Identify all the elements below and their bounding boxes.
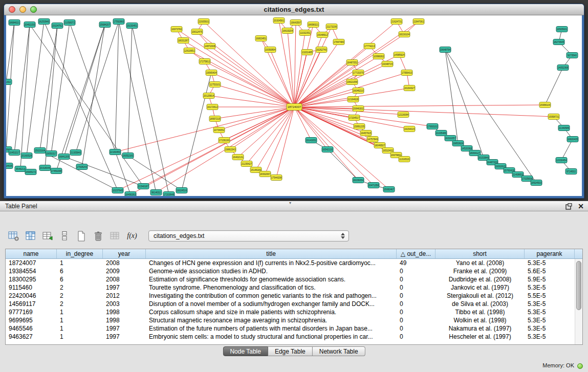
graph-node[interactable]: 19621058 (346, 79, 358, 85)
graph-node[interactable]: 9273540 (567, 53, 578, 58)
table-row[interactable]: 2242004622012Investigating the contribut… (6, 292, 582, 300)
graph-node[interactable]: 21540187 (138, 184, 149, 189)
graph-node[interactable]: 12116084 (398, 112, 409, 118)
graph-node[interactable]: 22005931 (198, 19, 209, 25)
graph-node[interactable]: 19012475 (191, 29, 203, 35)
graph-node[interactable]: 16973760 (171, 27, 182, 32)
graph-node[interactable]: 19643597 (290, 20, 301, 26)
graph-node[interactable]: 14872008 (204, 43, 215, 49)
graph-node[interactable]: 18724007 (287, 104, 302, 111)
graph-node[interactable]: 20304561 (273, 18, 285, 24)
graph-node[interactable]: 18698321 (308, 22, 319, 28)
window-title-bar[interactable]: citations_edges.txt (4, 4, 584, 15)
graph-node[interactable]: 21058372 (64, 20, 75, 26)
graph-node[interactable]: 18236054 (353, 178, 364, 183)
table-row[interactable]: 1456911722003Disruption of a novel membe… (6, 300, 582, 308)
graph-node[interactable]: 21173206 (326, 24, 337, 30)
close-button[interactable] (9, 6, 15, 13)
graph-node[interactable]: 21624731 (391, 19, 402, 25)
scrollbar-thumb[interactable] (576, 261, 581, 310)
graph-node[interactable]: 15891235 (354, 124, 365, 129)
minimize-button[interactable] (19, 6, 26, 13)
tab-node-table[interactable]: Node Table (223, 346, 268, 356)
table-vertical-scrollbar[interactable] (575, 259, 582, 344)
table-row[interactable]: 946362711997Embryonic stem cells: a mode… (6, 333, 582, 341)
graph-node[interactable]: 15082467 (383, 187, 395, 192)
graph-node[interactable]: 14052368 (557, 65, 569, 71)
table-row[interactable]: 1938455462009Genome-wide association stu… (6, 267, 582, 275)
column-header-5[interactable]: short (435, 249, 525, 258)
graph-node[interactable]: 15905172 (25, 169, 36, 175)
graph-node[interactable]: 21235427 (241, 161, 252, 167)
graph-node[interactable]: 13201485 (301, 50, 313, 55)
graph-node[interactable]: 19050317 (46, 151, 57, 157)
graph-node[interactable]: 22847061 (413, 19, 424, 25)
table-row[interactable]: 946554611997Estimation of the future num… (6, 324, 582, 333)
graph-node[interactable]: 17544208 (271, 175, 282, 181)
graph-node[interactable]: 10734052 (213, 127, 225, 133)
graph-node[interactable]: 15684207 (99, 22, 111, 28)
graph-node[interactable]: 19154015 (404, 126, 415, 132)
graph-node[interactable]: 20462150 (24, 22, 35, 28)
graph-node[interactable]: 16172612 (207, 104, 218, 110)
zoom-button[interactable] (30, 6, 37, 13)
function-builder-icon[interactable]: f(x) (125, 230, 139, 242)
graph-node[interactable]: 16046210 (353, 88, 364, 94)
tab-edge-table[interactable]: Edge Table (268, 346, 313, 356)
graph-node[interactable]: 16310257 (445, 136, 456, 141)
graph-node[interactable]: 16803451 (255, 36, 267, 41)
graph-node[interactable]: 18031287 (178, 38, 189, 43)
graph-node[interactable]: 10453217 (9, 150, 20, 156)
table-row[interactable]: 1830029562008Estimation of significance … (6, 275, 582, 283)
graph-node[interactable]: 19104762 (52, 23, 63, 29)
graph-node[interactable]: 16262740 (316, 47, 327, 53)
graph-node[interactable]: 12030454 (556, 158, 567, 163)
graph-node[interactable]: 18024635 (6, 163, 13, 169)
graph-node[interactable]: 16402131 (232, 155, 244, 160)
tab-network-table[interactable]: Network Table (313, 346, 365, 356)
graph-node[interactable]: 15958731 (548, 114, 559, 120)
graph-node[interactable]: 12164628 (347, 97, 359, 102)
graph-node[interactable]: 9546213 (15, 166, 26, 172)
graph-node[interactable]: 16841205 (58, 154, 70, 160)
graph-node[interactable]: 14757849 (367, 137, 378, 142)
graph-node[interactable]: 17275812 (199, 59, 210, 64)
graph-node[interactable]: 16820435 (567, 137, 578, 142)
table-row[interactable]: 969969511998Structural magnetic resonanc… (6, 316, 582, 324)
graph-node[interactable]: 18273645 (553, 39, 564, 45)
graph-node[interactable]: 17715375 (353, 70, 364, 76)
graph-node[interactable]: 17204517 (349, 115, 360, 121)
graph-node[interactable]: 19024516 (176, 188, 187, 193)
table-row[interactable]: 1872400712008Changes of HCN gene express… (6, 259, 582, 267)
graph-node[interactable]: 20125814 (203, 93, 214, 99)
graph-node[interactable]: 15048912 (317, 32, 328, 38)
graph-node[interactable]: 17450298 (51, 168, 62, 174)
panel-resize-grip[interactable]: ▾ (289, 201, 291, 205)
graph-node[interactable]: 21035486 (435, 130, 447, 136)
graph-node[interactable]: 17774213 (364, 43, 375, 49)
graph-node[interactable]: 18924503 (531, 180, 542, 186)
graph-node[interactable]: 16505931 (556, 27, 568, 32)
graph-node[interactable]: 20846302 (353, 106, 364, 112)
graph-node[interactable]: 20160528 (21, 153, 32, 159)
graph-node[interactable]: 19348715 (382, 61, 393, 67)
graph-node[interactable]: 22160453 (110, 149, 121, 155)
edit-table-icon[interactable] (41, 230, 54, 242)
graph-svg[interactable]: 1872400716973760180312871261065119012475… (6, 15, 582, 196)
graph-node[interactable]: 19648794 (440, 47, 451, 53)
graph-node[interactable]: 16164327 (404, 85, 415, 91)
column-header-0[interactable]: name (6, 249, 57, 258)
graph-node[interactable]: 19230451 (126, 23, 138, 29)
graph-node[interactable]: 19853624 (452, 141, 464, 146)
graph-node[interactable]: 9861302 (6, 79, 12, 85)
table-row[interactable]: 911546021997Tourette syndrome. Phenomeno… (6, 283, 582, 292)
column-header-6[interactable]: pagerank (525, 249, 575, 258)
graph-node[interactable]: 19861543 (225, 147, 236, 152)
network-table-selector[interactable]: citations_edges.txt (148, 230, 349, 242)
graph-node[interactable]: 18490263 (125, 192, 136, 196)
graph-node[interactable]: 11316520 (399, 157, 410, 162)
graph-node[interactable]: 18216104 (399, 32, 410, 37)
graph-node[interactable]: 18302067 (259, 171, 271, 177)
graph-node[interactable]: 9724502 (565, 169, 577, 174)
graph-node[interactable]: 11032351 (299, 30, 311, 36)
